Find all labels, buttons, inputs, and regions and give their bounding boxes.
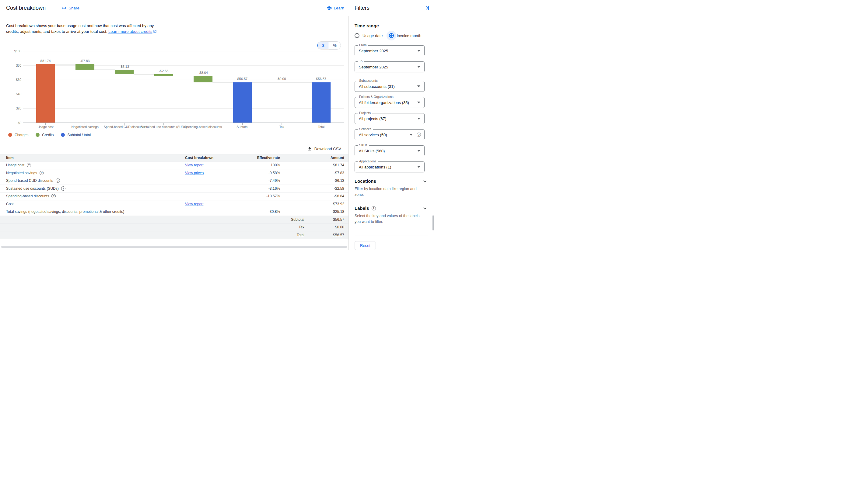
legend-item-credits[interactable]: Credits bbox=[36, 133, 53, 137]
panel-scrollbar[interactable] bbox=[432, 215, 434, 231]
waterfall-bar-usage-cost[interactable] bbox=[36, 64, 55, 123]
filter-field-skus[interactable]: SKUsAll SKUs (560) bbox=[355, 145, 425, 156]
x-axis-category-label: Subtotal bbox=[237, 125, 248, 129]
learn-button[interactable]: Learn bbox=[326, 5, 344, 11]
help-icon[interactable]: ? bbox=[417, 133, 421, 137]
radio-unselected-icon bbox=[355, 33, 359, 38]
top-bar-main: Cost breakdown Share Learn bbox=[0, 0, 348, 16]
dollar-toggle-button[interactable]: $ bbox=[318, 42, 329, 49]
legend-item-subtotal-total[interactable]: Subtotal / total bbox=[61, 133, 91, 137]
help-icon[interactable]: ? bbox=[51, 194, 56, 198]
labels-section: Labels ? Select the key and values of th… bbox=[355, 206, 434, 225]
filter-field-services[interactable]: ServicesAll services (50)? bbox=[355, 129, 425, 140]
percent-toggle-button[interactable]: % bbox=[329, 42, 341, 49]
table-row-subtotal: Subtotal$56.57 bbox=[0, 216, 348, 224]
labels-help-icon[interactable]: ? bbox=[372, 206, 376, 210]
horizontal-scrollbar[interactable] bbox=[1, 246, 347, 248]
reset-filters-button[interactable]: Reset bbox=[355, 241, 376, 250]
cell-item: Spending-based discounts? bbox=[0, 194, 185, 198]
bar-value-label: $56.57 bbox=[237, 77, 248, 81]
download-row: Download CSV bbox=[0, 147, 341, 151]
table-header-row: ItemCost breakdownEffective rateAmount bbox=[0, 154, 348, 161]
dropdown-caret-icon bbox=[417, 50, 420, 52]
locations-heading: Locations bbox=[355, 179, 376, 184]
help-icon[interactable]: ? bbox=[61, 186, 66, 191]
chevron-down-icon[interactable] bbox=[423, 179, 427, 184]
bar-value-label: $0.00 bbox=[277, 77, 286, 81]
waterfall-bar-sustained-use-discounts-suds[interactable] bbox=[154, 74, 173, 76]
column-header-amount: Amount bbox=[304, 156, 348, 160]
dropdown-caret-icon bbox=[410, 134, 413, 136]
dropdown-caret-icon bbox=[417, 118, 420, 120]
cell-item: Usage cost? bbox=[0, 163, 185, 167]
collapse-panel-icon[interactable] bbox=[424, 5, 430, 11]
waterfall-bar-spending-based-discounts[interactable] bbox=[193, 76, 212, 82]
waterfall-bar-subtotal[interactable] bbox=[233, 82, 252, 123]
x-axis-category-label: Usage cost bbox=[37, 125, 53, 129]
share-button[interactable]: Share bbox=[61, 5, 80, 10]
filter-field-folders-organizations[interactable]: Folders & OrganizationsAll folders/organ… bbox=[355, 97, 425, 108]
waterfall-bar-spend-based-cud-discounts[interactable] bbox=[115, 70, 134, 74]
page-title: Cost breakdown bbox=[6, 5, 46, 11]
x-axis-category-label: Sustained use discounts (SUDs) bbox=[141, 125, 187, 129]
page-description: Cost breakdown shows your base usage cos… bbox=[6, 23, 159, 35]
time-range-heading: Time range bbox=[355, 23, 434, 28]
table-row-spending-based-discounts: Spending-based discounts?-10.57%-$8.64 bbox=[0, 193, 348, 200]
radio-option-invoice-month[interactable]: Invoice month bbox=[389, 33, 421, 38]
table-row-total: Total$56.57 bbox=[0, 231, 348, 239]
cell-amount: -$25.18 bbox=[304, 209, 348, 214]
waterfall-bar-negotiated-savings[interactable] bbox=[75, 64, 94, 70]
filter-field-subaccounts[interactable]: SubaccountsAll subaccounts (31) bbox=[355, 81, 425, 92]
cost-waterfall-chart: $0$20$40$60$80$100$81.74-$7.83-$6.13-$2.… bbox=[0, 40, 348, 131]
learn-more-credits-link[interactable]: Learn more about credits bbox=[108, 29, 153, 34]
cell-cost-breakdown: View prices bbox=[185, 171, 222, 175]
dropdown-caret-icon bbox=[417, 66, 420, 68]
panel-divider bbox=[355, 235, 428, 235]
bar-value-label: $56.57 bbox=[316, 77, 326, 81]
cell-item: Sustained use discounts (SUDs)? bbox=[0, 186, 185, 191]
y-axis-tick-label: $40 bbox=[16, 92, 21, 96]
legend-dot bbox=[61, 133, 65, 137]
waterfall-bar-total[interactable] bbox=[312, 82, 331, 123]
chevron-down-icon[interactable] bbox=[423, 206, 427, 211]
cell-effective-rate: 100% bbox=[222, 163, 280, 167]
help-icon[interactable]: ? bbox=[39, 171, 44, 175]
filter-field-applications[interactable]: ApplicationsAll applications (1) bbox=[355, 161, 425, 172]
help-icon[interactable]: ? bbox=[27, 163, 31, 167]
table-row-total-savings-negotiated-savings-discounts-promotional-other-credits: Total savings (negotiated savings, disco… bbox=[0, 208, 348, 216]
download-csv-button[interactable]: Download CSV bbox=[307, 147, 341, 151]
cell-amount: $81.74 bbox=[304, 163, 348, 167]
cell-total-label: Total bbox=[280, 233, 304, 237]
filter-field-projects[interactable]: ProjectsAll projects (67) bbox=[355, 113, 425, 124]
content-row: Cost breakdown shows your base usage cos… bbox=[0, 16, 434, 250]
help-icon[interactable]: ? bbox=[56, 179, 60, 183]
view-report-link[interactable]: View report bbox=[185, 163, 203, 167]
view-report-link[interactable]: View report bbox=[185, 202, 203, 206]
cell-amount: $0.00 bbox=[304, 225, 348, 229]
radio-selected-icon bbox=[389, 33, 394, 38]
labels-heading: Labels bbox=[355, 206, 369, 211]
table-row-tax: Tax$0.00 bbox=[0, 223, 348, 231]
table-row-usage-cost: Usage cost?View report100%$81.74 bbox=[0, 161, 348, 169]
table-row-spend-based-cud-discounts: Spend-based CUD discounts?-7.49%-$6.13 bbox=[0, 177, 348, 185]
currency-percent-toggle: $ % bbox=[317, 41, 341, 50]
bar-value-label: -$2.58 bbox=[159, 69, 168, 73]
bar-value-label: -$8.64 bbox=[199, 71, 208, 74]
y-axis-tick-label: $0 bbox=[17, 121, 21, 125]
radio-option-usage-date[interactable]: Usage date bbox=[355, 33, 383, 38]
filters-panel: Time range Usage dateInvoice month FromS… bbox=[348, 16, 434, 250]
column-header-cost-breakdown: Cost breakdown bbox=[185, 156, 222, 160]
external-link-icon bbox=[153, 29, 157, 35]
cell-item: Cost bbox=[0, 202, 185, 206]
y-axis-tick-label: $60 bbox=[16, 78, 21, 82]
table-row-negotiated-savings: Negotiated savings?View prices-9.58%-$7.… bbox=[0, 169, 348, 177]
cost-breakdown-page: Cost breakdown Share Learn Filters bbox=[0, 0, 434, 250]
filter-field-to[interactable]: ToSeptember 2025 bbox=[355, 61, 425, 72]
filter-field-from[interactable]: FromSeptember 2025 bbox=[355, 45, 425, 56]
view-prices-link[interactable]: View prices bbox=[185, 171, 204, 175]
legend-item-charges[interactable]: Charges bbox=[8, 133, 28, 137]
cost-breakdown-table: ItemCost breakdownEffective rateAmountUs… bbox=[0, 154, 348, 239]
dropdown-caret-icon bbox=[417, 85, 420, 87]
cell-amount: -$8.64 bbox=[304, 194, 348, 198]
cell-cost-breakdown: View report bbox=[185, 163, 222, 167]
